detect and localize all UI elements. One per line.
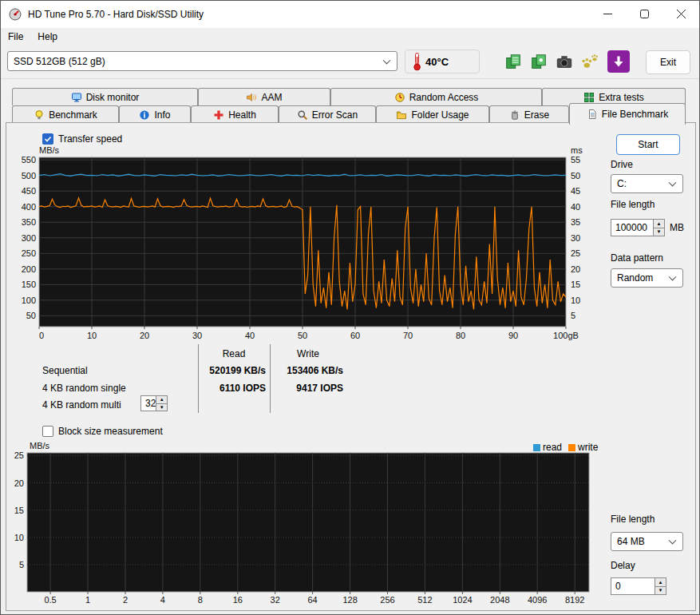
tab-disk-monitor[interactable]: Disk monitor (12, 88, 198, 105)
block-file-length-combo[interactable]: 64 MB (611, 532, 683, 551)
svg-text:20: 20 (571, 264, 580, 274)
results-divider (198, 344, 199, 413)
data-pattern-label: Data pattern (611, 252, 663, 264)
svg-text:35: 35 (571, 217, 580, 227)
tab-erase[interactable]: Erase (489, 105, 569, 123)
delay-spinner[interactable]: 0 ▲ ▼ (611, 577, 666, 595)
erase-icon (509, 109, 520, 121)
health-icon (213, 109, 224, 121)
svg-text:150: 150 (22, 280, 36, 289)
close-button[interactable] (662, 1, 699, 27)
svg-text:8192: 8192 (565, 595, 584, 605)
spin-down-button[interactable]: ▼ (653, 228, 665, 237)
drive-combo-value: C: (617, 178, 627, 189)
result-read-value: 6110 IOPS (202, 383, 266, 394)
random-multi-spinner[interactable]: 32 ▲ ▼ (140, 395, 168, 411)
tab-benchmark[interactable]: Benchmark (12, 105, 119, 123)
start-button[interactable]: Start (616, 134, 680, 155)
chevron-down-icon (383, 56, 391, 64)
block-size-checkbox[interactable]: Block size measurement (42, 426, 163, 437)
chevron-down-icon (669, 537, 677, 545)
svg-text:50: 50 (298, 331, 307, 340)
menu-file[interactable]: File (1, 29, 30, 45)
drive-combo[interactable]: C: (611, 174, 683, 193)
svg-text:80: 80 (456, 331, 465, 340)
thermometer-icon (412, 52, 422, 71)
svg-text:90: 90 (508, 331, 518, 340)
benchmark-icon (34, 109, 45, 121)
svg-text:MB/s: MB/s (39, 145, 60, 155)
screenshot-button[interactable] (553, 51, 575, 73)
maximize-icon (640, 10, 649, 18)
spin-down-button[interactable]: ▼ (156, 404, 168, 412)
svg-text:MB/s: MB/s (30, 441, 50, 450)
svg-text:128: 128 (342, 595, 357, 605)
checkbox-checked-icon (42, 133, 53, 145)
random-multi-value: 32 (140, 395, 156, 411)
tab-label: AAM (261, 92, 282, 103)
tab-aam[interactable]: AAM (198, 88, 330, 105)
spin-up-button[interactable]: ▲ (653, 219, 665, 228)
tab-label: File Benchmark (602, 109, 668, 120)
svg-text:55: 55 (571, 155, 580, 165)
svg-text:100gB: 100gB (553, 331, 579, 340)
tab-file-benchmark[interactable]: File Benchmark (569, 103, 686, 125)
menu-help[interactable]: Help (30, 29, 65, 45)
transfer-speed-label: Transfer speed (58, 133, 122, 145)
camera-icon (555, 53, 574, 72)
result-row-label: 4 KB random single (42, 383, 126, 394)
write-column-header: Write (284, 348, 332, 359)
extra-tests-icon (583, 92, 595, 103)
file-length-spinner[interactable]: 100000 ▲ ▼ (611, 219, 665, 236)
spin-up-button[interactable]: ▲ (156, 395, 168, 404)
tab-folder-usage[interactable]: Folder Usage (376, 105, 489, 123)
result-row-label: Sequential (42, 365, 88, 376)
svg-text:ms: ms (571, 145, 583, 155)
svg-text:2048: 2048 (490, 595, 509, 605)
spin-up-button[interactable]: ▲ (655, 577, 666, 587)
legend: read write (533, 442, 598, 453)
file-length-label: File length (611, 199, 655, 210)
tab-label: Folder Usage (411, 109, 469, 121)
tab-label: Info (154, 109, 170, 121)
copy-text-button[interactable] (502, 51, 524, 73)
svg-text:300: 300 (22, 233, 36, 243)
read-column-header: Read (210, 348, 258, 359)
chevron-down-icon (669, 179, 677, 187)
svg-text:16: 16 (233, 595, 243, 605)
tab-info[interactable]: Info (119, 105, 191, 123)
svg-text:50: 50 (571, 171, 580, 181)
svg-text:450: 450 (22, 186, 36, 196)
maximize-button[interactable] (626, 1, 662, 27)
svg-text:25: 25 (14, 450, 24, 460)
copy-image-button[interactable] (528, 51, 549, 73)
svg-text:10: 10 (14, 533, 24, 542)
legend-write-swatch (568, 444, 575, 451)
svg-text:20: 20 (14, 478, 24, 488)
disk-monitor-icon (71, 92, 82, 103)
tab-random-access[interactable]: Random Access (330, 88, 542, 105)
transfer-speed-checkbox[interactable]: Transfer speed (42, 133, 122, 145)
data-pattern-combo[interactable]: Random (611, 268, 683, 288)
svg-text:1: 1 (85, 595, 90, 605)
tab-error-scan[interactable]: Error Scan (279, 105, 376, 123)
tab-label: Extra tests (599, 92, 644, 103)
tab-label: Error Scan (312, 109, 358, 121)
svg-text:0: 0 (39, 331, 44, 340)
drive-select-combo[interactable]: SSD 512GB (512 gB) (7, 51, 397, 71)
svg-text:400: 400 (22, 202, 36, 212)
svg-text:40: 40 (245, 331, 255, 340)
random-access-icon (394, 92, 405, 103)
svg-text:50: 50 (26, 311, 36, 320)
exit-button[interactable]: Exit (646, 50, 690, 74)
delay-value: 0 (611, 577, 655, 595)
minimize-button[interactable] (589, 1, 626, 27)
paws-button[interactable] (579, 51, 600, 73)
speaker-icon (246, 92, 257, 103)
download-button[interactable] (607, 50, 630, 73)
chevron-down-icon (669, 273, 677, 281)
title-bar: HD Tune Pro 5.70 - Hard Disk/SSD Utility (1, 1, 699, 28)
spin-down-button[interactable]: ▼ (655, 587, 666, 596)
tab-health[interactable]: Health (191, 105, 279, 123)
svg-text:5: 5 (571, 311, 575, 320)
